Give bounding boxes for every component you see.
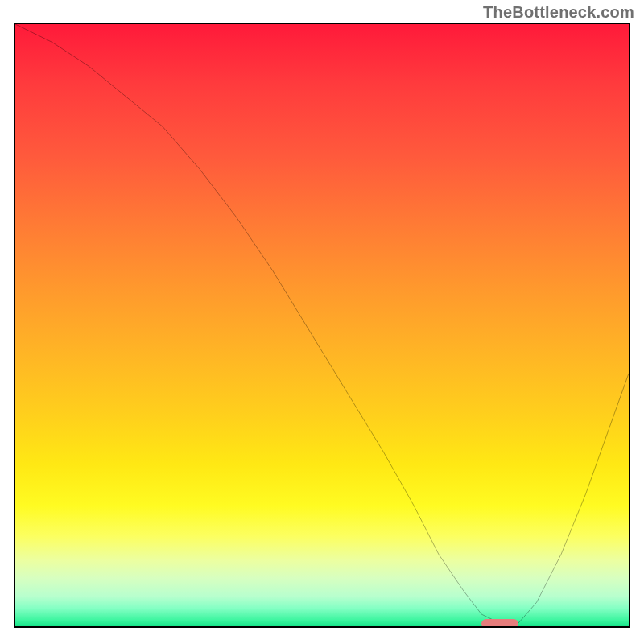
bottleneck-curve xyxy=(15,24,629,626)
curve-path xyxy=(15,24,629,623)
watermark-text: TheBottleneck.com xyxy=(483,3,634,22)
chart-plot-area xyxy=(14,23,630,628)
optimal-range-marker xyxy=(481,619,518,628)
